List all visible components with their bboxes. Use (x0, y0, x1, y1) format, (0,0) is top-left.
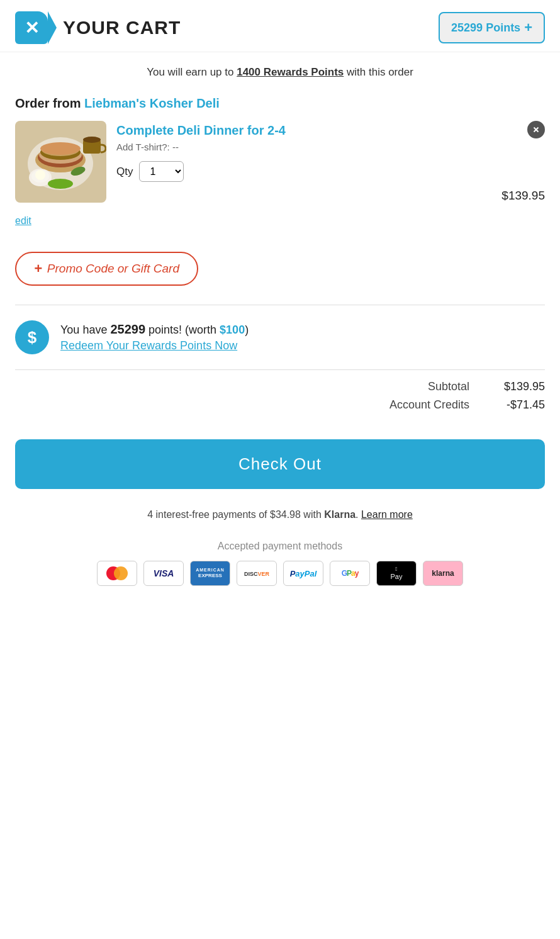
rewards-middle: points! (worth (145, 323, 220, 336)
klarna-brand: Klarna (324, 509, 356, 520)
rewards-text: You have 25299 points! (worth $100) Rede… (60, 322, 249, 352)
payment-icons: VISA AMERICAN EXPRESS DISCVER PayPal GPa… (15, 561, 545, 586)
applepay-icon:  Pay (376, 561, 417, 586)
credits-value: -$71.45 (488, 398, 545, 412)
header-left: ✕ YOUR CART (15, 11, 181, 44)
addon-value: -- (172, 142, 179, 152)
mc-right-circle (114, 566, 128, 580)
klarna-learn-more-link[interactable]: Learn more (361, 509, 413, 520)
credits-label: Account Credits (389, 398, 469, 412)
amex-text: AMERICAN EXPRESS (196, 568, 225, 579)
applepay-label: Pay (391, 573, 403, 581)
qty-label: Qty (116, 166, 133, 178)
points-plus-icon: + (524, 20, 532, 36)
order-from: Order from Liebman's Kosher Deli (15, 96, 545, 111)
paypal-icon: PayPal (283, 561, 323, 586)
item-price: $139.95 (501, 189, 545, 203)
points-badge-button[interactable]: 25299 Points + (439, 12, 545, 43)
svg-point-11 (35, 170, 45, 180)
edit-link[interactable]: edit (15, 215, 31, 227)
payment-section: Accepted payment methods VISA AMERICAN E… (0, 531, 560, 605)
checkout-section: Check Out (0, 429, 560, 504)
gpay-g2: y (355, 569, 359, 578)
order-section: Order from Liebman's Kosher Deli (0, 85, 560, 227)
restaurant-name: Liebman's Kosher Deli (84, 96, 220, 110)
header: ✕ YOUR CART 25299 Points + (0, 0, 560, 52)
visa-text: VISA (154, 568, 174, 578)
earn-prefix: You will earn up to (147, 66, 237, 78)
item-qty-row: Qty 1 2 3 4 5 (116, 161, 491, 182)
paypal-p2: ayPal (295, 569, 316, 578)
klarna-prefix: 4 interest-free payments of $34.98 with (147, 509, 324, 520)
earn-notice: You will earn up to 1400 Rewards Points … (0, 52, 560, 85)
rewards-prefix: You have (60, 323, 110, 336)
totals-section: Subtotal $139.95 Account Credits -$71.45 (0, 370, 560, 429)
mc-circles (106, 566, 128, 580)
credits-row: Account Credits -$71.45 (15, 398, 545, 412)
klarna-section: 4 interest-free payments of $34.98 with … (0, 504, 560, 531)
rewards-suffix: ) (245, 323, 249, 336)
subtotal-value: $139.95 (488, 380, 545, 393)
points-value: 25299 Points (451, 21, 520, 35)
remove-item-button[interactable] (527, 121, 545, 138)
subtotal-label: Subtotal (428, 380, 469, 393)
rewards-section: $ You have 25299 points! (worth $100) Re… (0, 305, 560, 369)
rewards-worth-amount: $100 (220, 323, 245, 336)
cart-item: Complete Deli Dinner for 2-4 Add T-shirt… (15, 121, 545, 211)
logo-icon: ✕ (15, 11, 48, 44)
logo-x-icon: ✕ (25, 18, 39, 38)
item-details: Complete Deli Dinner for 2-4 Add T-shirt… (116, 121, 491, 182)
mastercard-icon (97, 561, 137, 586)
promo-section: + Promo Code or Gift Card (0, 227, 560, 305)
gpay-o: P (347, 569, 351, 578)
promo-plus-icon: + (34, 261, 42, 277)
subtotal-row: Subtotal $139.95 (15, 380, 545, 393)
gpay-icon: GPay (330, 561, 370, 586)
applepay-text:  Pay (391, 566, 403, 581)
item-name: Complete Deli Dinner for 2-4 (116, 123, 491, 138)
qty-select[interactable]: 1 2 3 4 5 (139, 161, 184, 182)
item-image (15, 121, 106, 203)
klarna-suffix: . (356, 509, 361, 520)
item-addon: Add T-shirt?: -- (116, 142, 491, 152)
discover-text: DISCVER (244, 570, 269, 577)
addon-label: Add T-shirt?: (116, 142, 170, 152)
discover-icon: DISCVER (237, 561, 277, 586)
earn-suffix: with this order (344, 66, 413, 78)
svg-point-14 (83, 137, 101, 143)
rewards-points-value: 25299 (110, 322, 145, 336)
close-icon (532, 125, 540, 134)
promo-label: Promo Code or Gift Card (47, 262, 179, 276)
gpay-text: GPay (342, 569, 359, 578)
apple-symbol:  (391, 566, 403, 573)
svg-point-12 (48, 179, 73, 189)
earn-points-text: 1400 Rewards Points (237, 66, 344, 78)
page-title: YOUR CART (63, 17, 181, 38)
rewards-icon: $ (15, 320, 49, 354)
promo-code-button[interactable]: + Promo Code or Gift Card (15, 252, 198, 286)
svg-point-7 (40, 142, 81, 155)
rewards-points-text: You have 25299 points! (worth $100) (60, 322, 249, 337)
checkout-button[interactable]: Check Out (15, 439, 545, 489)
amex-icon: AMERICAN EXPRESS (190, 561, 230, 586)
payment-label: Accepted payment methods (15, 541, 545, 552)
dollar-icon: $ (28, 328, 36, 347)
gpay-g: G (342, 569, 347, 578)
klarna-pay-icon: klarna (423, 561, 463, 586)
paypal-text: PayPal (290, 569, 317, 578)
visa-icon: VISA (143, 561, 184, 586)
redeem-rewards-link[interactable]: Redeem Your Rewards Points Now (60, 339, 249, 352)
klarna-pay-text: klarna (432, 569, 454, 578)
order-from-label: Order from (15, 96, 81, 110)
